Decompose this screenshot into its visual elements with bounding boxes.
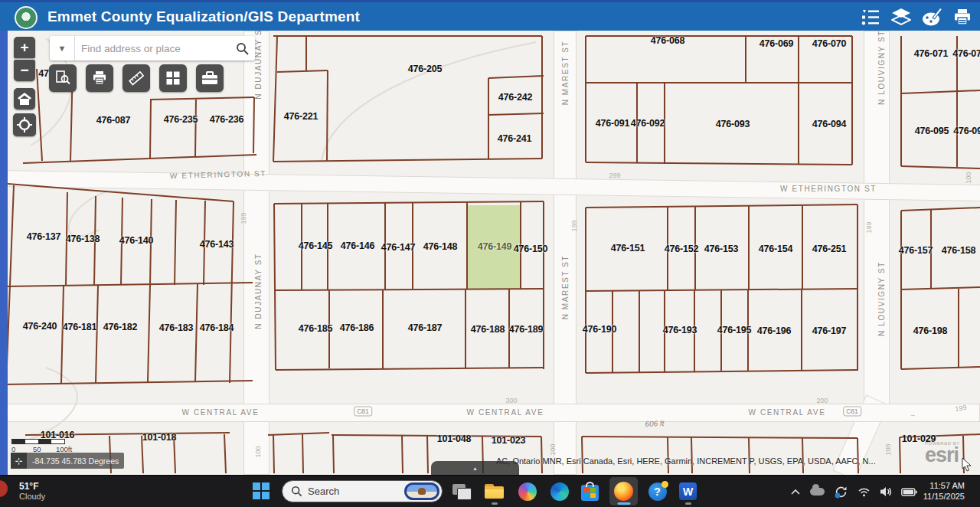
parcel-label-476-157[interactable]: 476-157 — [899, 245, 933, 256]
parcel-label-476-196[interactable]: 476-196 — [757, 325, 791, 336]
parcel-label-476-195[interactable]: 476-195 — [717, 325, 751, 335]
parcel-label-476-095[interactable]: 476-095 — [915, 126, 949, 136]
parcel-label-476-138[interactable]: 476-138 — [66, 234, 100, 244]
parcel-label-476-184[interactable]: 476-184 — [200, 322, 234, 333]
parcel-label-476-188[interactable]: 476-188 — [471, 324, 505, 335]
locate-button[interactable] — [13, 113, 36, 136]
parcel-label-476-240[interactable]: 476-240 — [23, 321, 57, 332]
sync-update-icon[interactable] — [834, 485, 848, 499]
home-button[interactable] — [14, 88, 35, 110]
clock-widget[interactable]: 11:57 AM 11/15/2025 — [919, 479, 969, 502]
parcel-label-476-094[interactable]: 476-094 — [812, 119, 846, 129]
weather-icon — [0, 480, 8, 497]
file-explorer-button[interactable] — [480, 477, 508, 505]
tray-chevron-up-icon[interactable] — [790, 488, 801, 496]
parcel-label-476-236[interactable]: 476-236 — [210, 114, 243, 125]
parcel-label-476-181[interactable]: 476-181 — [63, 322, 96, 332]
get-help-button[interactable]: ? — [643, 477, 671, 505]
parcel-label-476-241[interactable]: 476-241 — [498, 133, 531, 144]
print-icon[interactable] — [952, 8, 972, 28]
parcel-label-476-153[interactable]: 476-153 — [704, 244, 738, 254]
task-view-button[interactable] — [447, 477, 475, 505]
parcel-label-476-143[interactable]: 476-143 — [200, 239, 234, 250]
parcel-label-101-018[interactable]: 101-018 — [142, 432, 176, 443]
parcel-label-476-189[interactable]: 476-189 — [509, 324, 543, 335]
parcel-label-476-152[interactable]: 476-152 — [665, 244, 698, 254]
chevron-up-icon: ▲ — [472, 466, 478, 471]
legend-icon[interactable] — [861, 8, 880, 28]
parcel-label-476-193[interactable]: 476-193 — [663, 325, 697, 335]
zoom-out-button[interactable]: − — [14, 60, 35, 81]
coordinates-widget: ⊹ -84.735 45.783 Degrees — [11, 453, 124, 469]
print-tool[interactable] — [86, 64, 113, 92]
parcel-label-476-093[interactable]: 476-093 — [716, 119, 750, 129]
parcel-label-101-048[interactable]: 101-048 — [437, 433, 471, 444]
parcel-label-476-071[interactable]: 476-071 — [914, 48, 948, 59]
weather-widget[interactable]: 51°F Cloudy — [0, 476, 45, 507]
street-number: 300 — [505, 397, 517, 404]
parcel-label-476-187[interactable]: 476-187 — [408, 322, 442, 333]
parcel-label-476-151[interactable]: 476-151 — [611, 243, 645, 254]
parcel-label-476-235[interactable]: 476-235 — [164, 114, 198, 125]
parcel-label-476-070[interactable]: 476-070 — [812, 38, 846, 49]
parcel-label-476-183[interactable]: 476-183 — [159, 322, 193, 333]
parcel-label-476-140[interactable]: 476-140 — [119, 235, 153, 246]
map-canvas[interactable]: + − ▼ — [0, 31, 980, 475]
parcel-label-476-091[interactable]: 476-091 — [596, 118, 629, 129]
microsoft-store-button[interactable] — [576, 477, 604, 505]
street-label: N MAREST ST — [561, 41, 570, 106]
search-input[interactable] — [75, 43, 229, 54]
parcel-label-476-069[interactable]: 476-069 — [760, 38, 793, 49]
layers-icon[interactable] — [891, 8, 911, 28]
parcel-label-476-087[interactable]: 476-087 — [96, 115, 130, 126]
attribution-expand-tab[interactable]: ▲ — [431, 461, 519, 475]
parcel-label-476-092[interactable]: 476-092 — [631, 118, 665, 129]
parcel-label-476-242[interactable]: 476-242 — [498, 92, 532, 103]
onedrive-icon[interactable] — [810, 488, 825, 496]
parcel-label-476-205[interactable]: 476-205 — [408, 64, 442, 74]
parcel-search-tool[interactable] — [49, 64, 77, 92]
parcel-label-476-251[interactable]: 476-251 — [812, 244, 846, 254]
parcel-label-476-186[interactable]: 476-186 — [340, 322, 374, 333]
parcel-label-101-023[interactable]: 101-023 — [492, 435, 525, 446]
word-button[interactable]: W — [674, 477, 702, 505]
app-header: Emmet County Equalization/GIS Department — [0, 0, 980, 31]
weather-temp: 51°F — [19, 482, 45, 492]
search-submit-button[interactable] — [229, 36, 255, 61]
parcel-label-476-185[interactable]: 476-185 — [299, 323, 332, 334]
battery-icon[interactable] — [901, 488, 917, 496]
edge-button[interactable] — [545, 477, 573, 505]
parcel-label-476-198[interactable]: 476-198 — [913, 325, 947, 336]
parcel-label-476-182[interactable]: 476-182 — [103, 322, 137, 332]
start-button[interactable] — [253, 482, 270, 500]
parcel-label-476-145[interactable]: 476-145 — [299, 240, 332, 251]
zoom-in-button[interactable]: + — [14, 37, 35, 58]
parcel-label-476-137[interactable]: 476-137 — [27, 231, 60, 242]
draw-palette-icon[interactable] — [922, 8, 942, 28]
parcel-label-476-07[interactable]: 476-07 — [952, 48, 980, 59]
parcel-label-476-147[interactable]: 476-147 — [381, 242, 415, 253]
basemap-tool[interactable] — [159, 64, 187, 92]
parcel-label-47[interactable]: 47 — [38, 68, 49, 79]
crosshair-icon[interactable]: ⊹ — [11, 453, 27, 469]
street-label: N LOUVIGNY ST — [877, 261, 886, 336]
parcel-label-476-149[interactable]: 476-149 — [478, 241, 511, 252]
volume-icon[interactable] — [880, 486, 892, 497]
search-source-dropdown[interactable]: ▼ — [50, 36, 75, 61]
taskbar-search[interactable]: Search — [282, 480, 443, 502]
parcel-label-476-197[interactable]: 476-197 — [812, 325, 846, 336]
parcel-label-476-190[interactable]: 476-190 — [583, 324, 616, 335]
parcel-label-476-09[interactable]: 476-09 — [953, 126, 980, 136]
parcel-label-476-148[interactable]: 476-148 — [423, 241, 457, 252]
wifi-icon[interactable] — [858, 487, 871, 497]
measure-tool[interactable] — [122, 64, 150, 92]
copilot-button[interactable] — [513, 477, 541, 505]
parcel-label-476-154[interactable]: 476-154 — [759, 244, 792, 254]
parcel-label-476-221[interactable]: 476-221 — [284, 111, 318, 122]
parcel-label-476-150[interactable]: 476-150 — [514, 244, 547, 254]
parcel-label-476-158[interactable]: 476-158 — [942, 245, 975, 256]
firefox-button[interactable] — [609, 477, 638, 505]
parcel-label-476-068[interactable]: 476-068 — [651, 35, 684, 46]
tools-toolbox[interactable] — [196, 64, 224, 92]
parcel-label-476-146[interactable]: 476-146 — [341, 240, 374, 251]
